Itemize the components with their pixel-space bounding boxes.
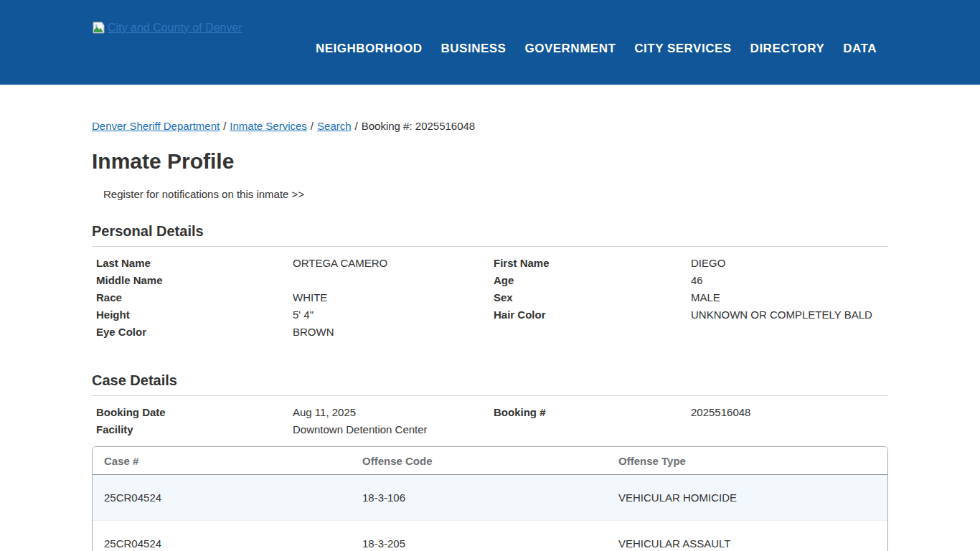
offense-table-container: Case # Offense Code Offense Type 25CR045… xyxy=(92,446,888,551)
table-row: 25CR04524 18-3-106 VEHICULAR HOMICIDE xyxy=(93,475,887,521)
offense-table: Case # Offense Code Offense Type 25CR045… xyxy=(93,447,887,551)
field-label: Booking # xyxy=(494,404,691,421)
city-logo-link[interactable]: City and County of Denver xyxy=(92,21,242,34)
personal-details-grid: Last Name ORTEGA CAMERO First Name DIEGO… xyxy=(92,255,888,341)
field-label xyxy=(494,324,691,341)
breadcrumb-link-search[interactable]: Search xyxy=(317,120,352,132)
cell-offense-type: VEHICULAR HOMICIDE xyxy=(607,475,887,521)
field-value: BROWN xyxy=(293,324,494,341)
section-divider xyxy=(92,246,888,247)
main-nav: NEIGHBORHOOD BUSINESS GOVERNMENT CITY SE… xyxy=(316,42,877,56)
breadcrumb: Denver Sheriff Department/Inmate Service… xyxy=(92,120,888,132)
field-value xyxy=(691,421,888,438)
page-title: Inmate Profile xyxy=(92,149,888,174)
cell-offense-code: 18-3-106 xyxy=(351,475,607,521)
field-label: Booking Date xyxy=(96,404,293,421)
field-value: ORTEGA CAMERO xyxy=(293,255,494,272)
personal-details-heading: Personal Details xyxy=(92,223,888,240)
column-header-offense-type: Offense Type xyxy=(607,447,887,475)
breadcrumb-current-booking: Booking #: 2025516048 xyxy=(362,120,475,132)
field-value xyxy=(293,272,494,289)
field-label: Sex xyxy=(494,289,691,306)
field-label: Facility xyxy=(96,421,293,438)
register-notifications-link[interactable]: Register for notifications on this inmat… xyxy=(103,188,304,200)
page: City and County of Denver NEIGHBORHOOD B… xyxy=(0,0,980,551)
section-divider xyxy=(92,395,888,396)
field-label: Age xyxy=(494,272,691,289)
nav-item-directory[interactable]: DIRECTORY xyxy=(750,42,825,56)
cell-case-number: 25CR04524 xyxy=(93,521,351,551)
breadcrumb-link-inmate-services[interactable]: Inmate Services xyxy=(230,120,307,132)
breadcrumb-separator: / xyxy=(355,120,358,132)
field-value: WHITE xyxy=(293,289,494,306)
broken-image-icon xyxy=(92,21,105,34)
nav-item-neighborhood[interactable]: NEIGHBORHOOD xyxy=(316,42,423,56)
field-value: 5' 4" xyxy=(293,306,494,324)
column-header-offense-code: Offense Code xyxy=(351,447,607,475)
field-value: MALE xyxy=(691,289,888,306)
logo-text: City and County of Denver xyxy=(108,22,242,34)
cell-offense-code: 18-3-205 xyxy=(351,521,607,551)
nav-item-city-services[interactable]: CITY SERVICES xyxy=(634,42,731,56)
nav-item-business[interactable]: BUSINESS xyxy=(441,42,507,56)
case-details-heading: Case Details xyxy=(92,372,888,389)
field-label: Middle Name xyxy=(96,272,293,289)
nav-item-government[interactable]: GOVERNMENT xyxy=(524,42,616,56)
field-value: Downtown Detention Center xyxy=(293,421,494,438)
field-value: UNKNOWN OR COMPLETELY BALD xyxy=(691,306,888,324)
field-value: DIEGO xyxy=(691,255,888,272)
main-content: Denver Sheriff Department/Inmate Service… xyxy=(92,85,888,551)
cell-offense-type: VEHICULAR ASSAULT xyxy=(607,521,887,551)
field-label: Eye Color xyxy=(96,324,293,341)
field-value xyxy=(691,324,888,341)
field-label: Last Name xyxy=(96,255,293,272)
column-header-case-number: Case # xyxy=(93,447,351,475)
field-label: Race xyxy=(96,289,293,306)
field-value: Aug 11, 2025 xyxy=(293,404,494,421)
cell-case-number: 25CR04524 xyxy=(93,475,351,521)
field-value: 2025516048 xyxy=(691,404,888,421)
breadcrumb-separator: / xyxy=(311,120,314,132)
offense-table-header-row: Case # Offense Code Offense Type xyxy=(93,447,887,475)
case-details-grid: Booking Date Aug 11, 2025 Booking # 2025… xyxy=(92,404,888,438)
breadcrumb-separator: / xyxy=(223,120,226,132)
field-label: Height xyxy=(96,306,293,324)
field-label xyxy=(494,421,691,438)
field-label: Hair Color xyxy=(494,306,691,324)
field-value: 46 xyxy=(691,272,888,289)
table-row: 25CR04524 18-3-205 VEHICULAR ASSAULT xyxy=(93,521,887,551)
site-header: City and County of Denver NEIGHBORHOOD B… xyxy=(0,0,980,85)
breadcrumb-link-sheriff-department[interactable]: Denver Sheriff Department xyxy=(92,120,220,132)
field-label: First Name xyxy=(494,255,691,272)
nav-item-data[interactable]: DATA xyxy=(843,42,877,56)
